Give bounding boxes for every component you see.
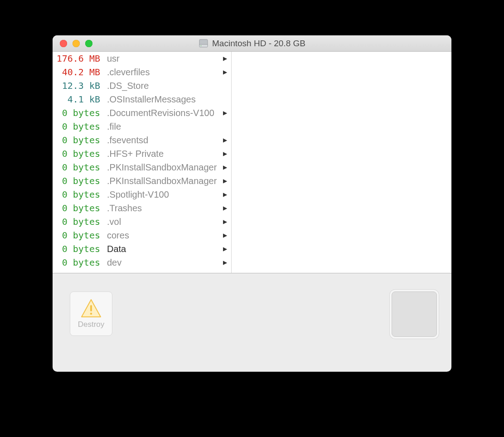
chevron-right-icon: ▶ (223, 246, 231, 252)
file-size: 40.2 MB (53, 67, 102, 78)
chevron-right-icon: ▶ (223, 178, 231, 184)
chevron-right-icon: ▶ (223, 69, 231, 75)
file-name: dev (102, 257, 223, 268)
file-row[interactable]: 0 bytes.PKInstallSandboxManager▶ (53, 174, 231, 188)
file-size: 0 bytes (53, 257, 102, 268)
file-row[interactable]: 4.1 kB.OSInstallerMessages (53, 92, 231, 106)
file-row[interactable]: 0 bytescores▶ (53, 228, 231, 242)
file-name: .DS_Store (102, 81, 223, 91)
chevron-right-icon: ▶ (223, 191, 231, 198)
window-title-container: Macintosh HD - 20.8 GB (53, 39, 451, 49)
file-size: 0 bytes (53, 243, 102, 254)
file-row[interactable]: 12.3 kB.DS_Store (53, 79, 231, 92)
bottom-toolbar: Destroy (53, 273, 451, 372)
zoom-button[interactable] (85, 40, 92, 47)
file-row[interactable]: 0 bytes.DocumentRevisions-V100▶ (53, 106, 231, 120)
traffic-lights (53, 40, 92, 47)
window-title: Macintosh HD - 20.8 GB (212, 39, 305, 49)
file-row[interactable]: 0 bytesData▶ (53, 242, 231, 256)
file-name: .vol (102, 217, 223, 227)
file-size: 176.6 MB (53, 53, 102, 64)
file-name: .file (102, 121, 223, 132)
file-row[interactable]: 0 bytes.fseventsd▶ (53, 133, 231, 147)
svg-rect-0 (199, 39, 208, 46)
minimize-button[interactable] (73, 40, 80, 47)
file-name: .Spotlight-V100 (102, 189, 223, 200)
file-name: .OSInstallerMessages (102, 94, 223, 105)
file-size: 0 bytes (53, 121, 102, 132)
file-row[interactable]: 0 bytes.PKInstallSandboxManager▶ (53, 160, 231, 174)
file-name: cores (102, 230, 223, 241)
file-name: .PKInstallSandboxManager (102, 176, 223, 186)
chevron-right-icon: ▶ (223, 164, 231, 170)
svg-point-2 (201, 45, 202, 46)
file-name: .Trashes (102, 203, 223, 214)
chevron-right-icon: ▶ (223, 205, 231, 211)
file-name: .cleverfiles (102, 67, 223, 78)
file-size: 0 bytes (53, 148, 102, 159)
file-row[interactable]: 0 bytes.Spotlight-V100▶ (53, 188, 231, 201)
app-window: Macintosh HD - 20.8 GB 176.6 MBusr▶40.2 … (53, 35, 451, 372)
chevron-right-icon: ▶ (223, 110, 231, 116)
file-size: 0 bytes (53, 189, 102, 200)
destroy-button-label: Destroy (78, 320, 105, 329)
file-size: 0 bytes (53, 216, 102, 227)
file-name: .fseventsd (102, 135, 223, 146)
chevron-right-icon: ▶ (223, 259, 231, 266)
svg-point-4 (90, 313, 92, 315)
close-button[interactable] (60, 40, 67, 47)
file-size: 0 bytes (53, 135, 102, 146)
empty-column (232, 52, 451, 273)
disk-icon (199, 39, 208, 49)
file-column[interactable]: 176.6 MBusr▶40.2 MB.cleverfiles▶12.3 kB.… (53, 52, 232, 273)
file-row[interactable]: 0 bytes.file (53, 120, 231, 133)
warning-icon (80, 298, 102, 318)
titlebar[interactable]: Macintosh HD - 20.8 GB (53, 35, 451, 52)
svg-rect-1 (199, 44, 208, 47)
destroy-button[interactable]: Destroy (70, 291, 112, 336)
file-size: 0 bytes (53, 175, 102, 186)
file-name: .DocumentRevisions-V100 (102, 108, 223, 118)
file-row[interactable]: 0 bytes.HFS+ Private▶ (53, 147, 231, 160)
chevron-right-icon: ▶ (223, 137, 231, 143)
chevron-right-icon: ▶ (223, 218, 231, 225)
file-size: 0 bytes (53, 162, 102, 173)
chevron-right-icon: ▶ (223, 232, 231, 238)
file-size: 12.3 kB (53, 80, 102, 91)
file-size: 0 bytes (53, 203, 102, 214)
content-area: 176.6 MBusr▶40.2 MB.cleverfiles▶12.3 kB.… (53, 52, 451, 273)
file-row[interactable]: 0 bytes.Trashes▶ (53, 201, 231, 215)
file-row[interactable]: 176.6 MBusr▶ (53, 52, 231, 65)
file-size: 0 bytes (53, 230, 102, 241)
file-row[interactable]: 0 bytesdev▶ (53, 256, 231, 269)
file-row[interactable]: 40.2 MB.cleverfiles▶ (53, 65, 231, 79)
file-size: 4.1 kB (53, 94, 102, 105)
svg-rect-3 (90, 305, 92, 311)
file-name: .PKInstallSandboxManager (102, 162, 223, 173)
file-name: .HFS+ Private (102, 149, 223, 159)
chevron-right-icon: ▶ (223, 55, 231, 62)
file-name: Data (102, 244, 223, 254)
file-row[interactable]: 0 bytes.vol▶ (53, 215, 231, 228)
file-name: usr (102, 53, 223, 64)
chevron-right-icon: ▶ (223, 151, 231, 157)
preview-box[interactable] (392, 291, 437, 337)
file-size: 0 bytes (53, 107, 102, 118)
